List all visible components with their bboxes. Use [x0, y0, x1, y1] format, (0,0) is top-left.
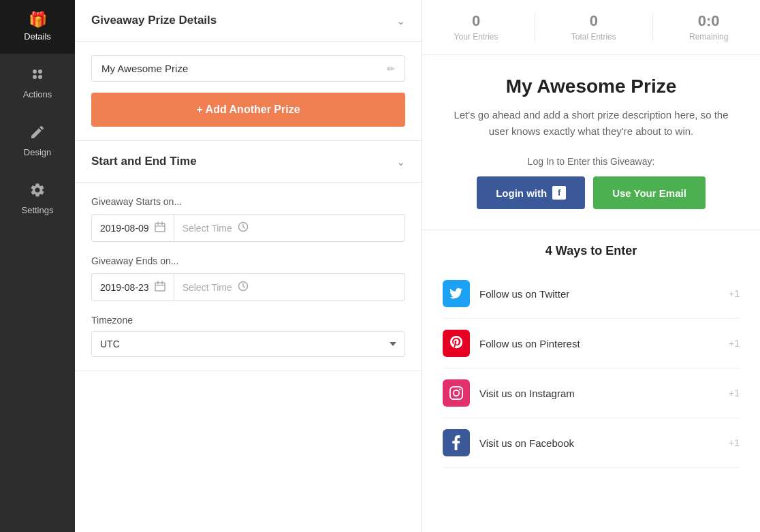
start-date-time-row: 2019-08-09 Select Time	[91, 214, 405, 242]
sidebar-item-label: Design	[24, 147, 51, 157]
entry-label-facebook: Visit us on Facebook	[479, 437, 719, 449]
calendar-icon	[155, 221, 165, 234]
end-date-value: 2019-08-23	[100, 282, 149, 293]
actions-icon	[29, 66, 46, 85]
entry-item-instagram[interactable]: Visit us on Instagram +1	[443, 369, 740, 418]
total-entries-label: Total Entries	[571, 32, 616, 42]
edit-icon[interactable]: ✏	[387, 63, 395, 74]
left-panel: Giveaway Prize Details ⌄ ✏ + Add Another…	[75, 0, 422, 532]
start-label: Giveaway Starts on...	[91, 196, 405, 207]
remaining-label: Remaining	[689, 32, 728, 42]
end-time-placeholder: Select Time	[183, 282, 232, 293]
gift-icon: 🎁	[29, 12, 47, 27]
login-fb-label: Login with	[496, 187, 547, 199]
start-date-input[interactable]: 2019-08-09	[91, 214, 174, 242]
entry-item-pinterest[interactable]: Follow us on Pinterest +1	[443, 319, 740, 369]
twitter-icon	[443, 280, 470, 307]
chevron-down-icon: ⌄	[396, 155, 405, 168]
remaining-stat: 0:0 Remaining	[689, 12, 728, 42]
instagram-icon	[443, 379, 470, 407]
sidebar-item-label: Details	[24, 31, 51, 42]
entry-points-instagram: +1	[729, 388, 740, 398]
prize-section-header[interactable]: Giveaway Prize Details ⌄	[75, 0, 422, 42]
chevron-down-icon: ⌄	[396, 14, 405, 27]
your-entries-stat: 0 Your Entries	[454, 12, 498, 42]
timezone-label: Timezone	[91, 315, 405, 326]
svg-point-1	[38, 69, 42, 74]
prize-input-row: ✏	[91, 55, 405, 82]
preview-description: Let's go ahead and add a short prize des…	[449, 107, 733, 140]
end-date-time-row: 2019-08-23 Select Time	[91, 273, 405, 301]
sidebar-item-label: Settings	[22, 205, 54, 215]
entry-points-facebook: +1	[729, 437, 740, 448]
sidebar-item-actions[interactable]: Actions	[0, 54, 75, 112]
sidebar: 🎁 Details Actions Design Settings	[0, 0, 75, 532]
prize-section-title: Giveaway Prize Details	[91, 14, 217, 27]
design-icon	[29, 124, 46, 143]
calendar-icon	[155, 281, 165, 294]
sidebar-item-design[interactable]: Design	[0, 112, 75, 170]
your-entries-value: 0	[454, 12, 498, 30]
remaining-value: 0:0	[689, 12, 728, 30]
entry-points-pinterest: +1	[729, 338, 740, 349]
add-prize-label: + Add Another Prize	[196, 104, 300, 116]
stat-divider	[535, 14, 535, 41]
entry-item-twitter[interactable]: Follow us on Twitter +1	[443, 269, 740, 319]
settings-icon	[29, 182, 46, 201]
sidebar-item-settings[interactable]: Settings	[0, 170, 75, 228]
entry-label-twitter: Follow us on Twitter	[479, 288, 719, 300]
main-content: Giveaway Prize Details ⌄ ✏ + Add Another…	[75, 0, 760, 532]
clock-icon	[238, 281, 249, 294]
start-date-value: 2019-08-09	[100, 223, 149, 234]
prize-section-body: ✏ + Add Another Prize	[75, 42, 422, 141]
svg-rect-4	[155, 223, 165, 232]
total-entries-value: 0	[571, 12, 616, 30]
end-date-input[interactable]: 2019-08-23	[91, 273, 174, 301]
start-time-placeholder: Select Time	[183, 223, 232, 234]
svg-point-2	[33, 75, 37, 79]
svg-point-0	[33, 69, 37, 74]
login-email-button[interactable]: Use Your Email	[593, 176, 706, 209]
login-email-label: Use Your Email	[612, 187, 686, 199]
svg-point-3	[38, 75, 42, 79]
start-time-input[interactable]: Select Time	[174, 214, 405, 242]
prize-name-input[interactable]	[101, 63, 387, 74]
clock-icon	[238, 221, 249, 234]
preview-area: My Awesome Prize Let's go ahead and add …	[422, 55, 760, 230]
login-buttons: Login with f Use Your Email	[449, 176, 733, 209]
entry-label-pinterest: Follow us on Pinterest	[479, 338, 719, 349]
preview-title: My Awesome Prize	[449, 76, 733, 97]
login-facebook-button[interactable]: Login with f	[477, 176, 585, 209]
time-section-title: Start and End Time	[91, 155, 197, 168]
stats-bar: 0 Your Entries 0 Total Entries 0:0 Remai…	[422, 0, 760, 55]
time-section-header[interactable]: Start and End Time ⌄	[75, 141, 422, 183]
stat-divider	[652, 14, 653, 41]
entry-item-facebook[interactable]: Visit us on Facebook +1	[443, 418, 740, 468]
time-section-body: Giveaway Starts on... 2019-08-09 Select …	[75, 183, 422, 371]
add-prize-button[interactable]: + Add Another Prize	[91, 93, 405, 127]
entry-label-instagram: Visit us on Instagram	[479, 388, 719, 399]
facebook-f-icon: f	[552, 186, 566, 200]
ways-to-enter-section: 4 Ways to Enter Follow us on Twitter +1 …	[422, 230, 760, 482]
ways-title: 4 Ways to Enter	[443, 244, 740, 258]
total-entries-stat: 0 Total Entries	[571, 12, 616, 42]
end-time-input[interactable]: Select Time	[174, 273, 405, 301]
sidebar-item-details[interactable]: 🎁 Details	[0, 0, 75, 54]
entry-points-twitter: +1	[729, 288, 740, 299]
login-prompt: Log In to Enter this Giveaway:	[449, 156, 733, 167]
timezone-select[interactable]: UTC America/New_York America/Los_Angeles…	[91, 331, 405, 357]
facebook-entry-icon	[443, 429, 470, 456]
pinterest-icon	[443, 330, 470, 357]
your-entries-label: Your Entries	[454, 32, 498, 42]
svg-rect-6	[155, 283, 165, 291]
sidebar-item-label: Actions	[23, 89, 52, 99]
end-label: Giveaway Ends on...	[91, 255, 405, 266]
right-panel: 0 Your Entries 0 Total Entries 0:0 Remai…	[422, 0, 760, 532]
